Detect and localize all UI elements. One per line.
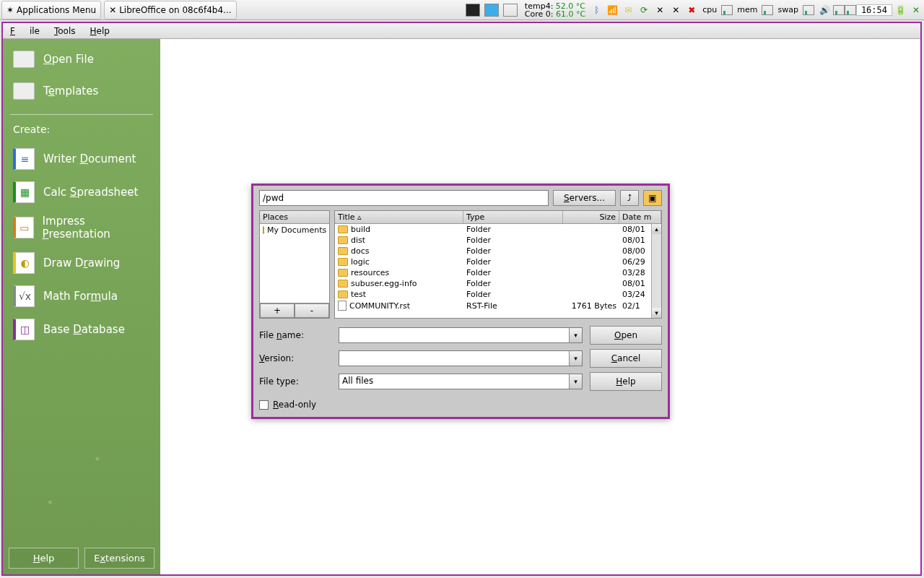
menu-file[interactable]: File xyxy=(3,26,47,36)
create-label: Create: xyxy=(3,118,160,138)
create-base[interactable]: ◫Base Database xyxy=(3,313,160,346)
col-size[interactable]: Size xyxy=(563,211,619,223)
sidebar-extensions-button[interactable]: Extensions xyxy=(84,548,154,569)
filename-label: File name: xyxy=(259,330,331,340)
calc-icon: ▦ xyxy=(13,181,35,203)
clock[interactable]: 16:54 xyxy=(856,4,892,16)
menu-icon[interactable]: ✕ xyxy=(910,4,923,17)
libreoffice-icon: ✕ xyxy=(109,5,116,15)
folder-icon xyxy=(338,247,348,255)
file-list-scrollbar[interactable]: ▴ ▾ xyxy=(651,224,661,318)
new-folder-button[interactable]: ▣ xyxy=(643,190,662,206)
folder-icon xyxy=(338,225,348,233)
taskbar-item-libreoffice[interactable]: ✕ LibreOffice on 08c6f4b4... xyxy=(104,1,236,20)
create-calc[interactable]: ▦Calc Spreadsheet xyxy=(3,176,160,209)
open-file-button[interactable]: Open File xyxy=(3,43,160,75)
menu-tools[interactable]: Tools xyxy=(47,26,83,36)
file-list: Title ▵ Type Size Date m buildFolder08/0… xyxy=(334,210,662,319)
x-icon-1[interactable]: ✕ xyxy=(653,4,666,17)
places-panel: Places My Documents + - xyxy=(259,210,330,319)
col-date[interactable]: Date m xyxy=(619,211,661,223)
filetype-label: File type: xyxy=(259,376,331,387)
x-icon-2[interactable]: ✕ xyxy=(669,4,682,17)
filename-combo[interactable]: ▾ xyxy=(339,327,583,343)
base-icon: ◫ xyxy=(13,319,35,340)
up-folder-button[interactable]: ⤴ xyxy=(620,190,639,206)
chevron-down-icon[interactable]: ▾ xyxy=(569,328,582,342)
help-button[interactable]: Help xyxy=(590,372,662,391)
scroll-down-button[interactable]: ▾ xyxy=(652,308,661,318)
folder-icon xyxy=(263,226,264,234)
xfce-icon: ✶ xyxy=(6,5,14,15)
folder-icon xyxy=(338,236,348,244)
create-math[interactable]: √xMath Formula xyxy=(3,280,160,313)
chevron-down-icon[interactable]: ▾ xyxy=(569,351,582,366)
file-row[interactable]: docsFolder08/00 xyxy=(335,246,661,256)
create-impress[interactable]: ▭Impress Presentation xyxy=(3,209,160,246)
folder-icon xyxy=(338,280,348,288)
math-icon: √x xyxy=(13,285,35,307)
file-row[interactable]: buildFolder08/01 xyxy=(335,224,661,235)
filetype-combo[interactable]: All files▾ xyxy=(339,374,583,389)
templates-icon xyxy=(13,82,35,100)
readonly-checkbox[interactable]: Read-only xyxy=(259,395,662,410)
path-input[interactable] xyxy=(259,190,549,206)
menu-help[interactable]: Help xyxy=(83,26,117,36)
writer-icon: ≡ xyxy=(13,148,35,170)
cancel-button[interactable]: Cancel xyxy=(590,349,662,368)
version-label: Version: xyxy=(259,353,331,363)
servers-button[interactable]: Servers... xyxy=(553,190,616,206)
file-row[interactable]: logicFolder06/29 xyxy=(335,256,661,267)
folder-icon xyxy=(338,258,348,266)
bluetooth-icon[interactable]: ᛒ xyxy=(590,4,603,17)
places-remove-button[interactable]: - xyxy=(295,303,329,318)
folder-icon xyxy=(338,290,348,298)
places-my-documents[interactable]: My Documents xyxy=(260,224,329,236)
start-center-sidebar: Open File Templates Create: ≡Writer Docu… xyxy=(3,39,160,574)
sync-icon[interactable]: ⟳ xyxy=(637,4,650,17)
mail-icon[interactable]: ✉ xyxy=(622,4,635,17)
file-row[interactable]: testFolder03/24 xyxy=(335,289,661,300)
file-row[interactable]: distFolder08/01 xyxy=(335,235,661,246)
places-header: Places xyxy=(260,211,329,224)
workspace-3[interactable] xyxy=(503,4,518,17)
version-combo[interactable]: ▾ xyxy=(339,350,583,366)
impress-icon: ▭ xyxy=(13,217,34,238)
workspace-switcher[interactable] xyxy=(461,4,522,17)
open-button[interactable]: Open xyxy=(590,326,662,345)
battery-icon[interactable]: 🔋 xyxy=(894,4,907,17)
graph-1 xyxy=(833,5,845,15)
workspace-1[interactable] xyxy=(466,4,480,17)
volume-icon[interactable]: 🔊 xyxy=(819,4,832,17)
graph-2 xyxy=(845,5,856,15)
system-monitor: cpu mem swap xyxy=(699,5,817,15)
folder-icon xyxy=(338,269,348,277)
task-label: LibreOffice on 08c6f4b4... xyxy=(119,5,231,15)
checkbox-icon xyxy=(259,400,269,410)
chevron-down-icon[interactable]: ▾ xyxy=(569,374,582,389)
menubar: File Tools Help xyxy=(3,23,920,39)
document-icon xyxy=(338,301,346,311)
network-icon[interactable]: 📶 xyxy=(606,4,619,17)
applications-menu-button[interactable]: ✶ Applications Menu xyxy=(1,1,101,20)
file-open-dialog: Servers... ⤴ ▣ Places My Documents + - T… xyxy=(251,184,670,419)
temperature-monitor: temp4: 52.0 °C Core 0: 61.0 °C xyxy=(522,2,588,18)
sidebar-help-button[interactable]: Help xyxy=(9,548,79,569)
create-draw[interactable]: ◐Draw Drawing xyxy=(3,246,160,280)
applications-menu-label: Applications Menu xyxy=(17,5,96,15)
file-row[interactable]: resourcesFolder03/28 xyxy=(335,267,661,278)
create-writer[interactable]: ≡Writer Document xyxy=(3,142,160,176)
file-row[interactable]: COMMUNITY.rstRST-File1761 Bytes02/1 xyxy=(335,300,661,311)
draw-icon: ◐ xyxy=(13,252,35,274)
scroll-up-button[interactable]: ▴ xyxy=(652,224,661,234)
folder-open-icon xyxy=(13,51,35,68)
col-title[interactable]: Title ▵ xyxy=(335,211,463,223)
system-panel: ✶ Applications Menu ✕ LibreOffice on 08c… xyxy=(0,0,924,20)
file-row[interactable]: subuser.egg-infoFolder08/01 xyxy=(335,278,661,289)
places-add-button[interactable]: + xyxy=(260,303,295,318)
workspace-2[interactable] xyxy=(484,4,499,17)
col-type[interactable]: Type xyxy=(463,211,563,223)
templates-button[interactable]: Templates xyxy=(3,75,160,107)
close-icon[interactable]: ✖ xyxy=(685,4,698,17)
